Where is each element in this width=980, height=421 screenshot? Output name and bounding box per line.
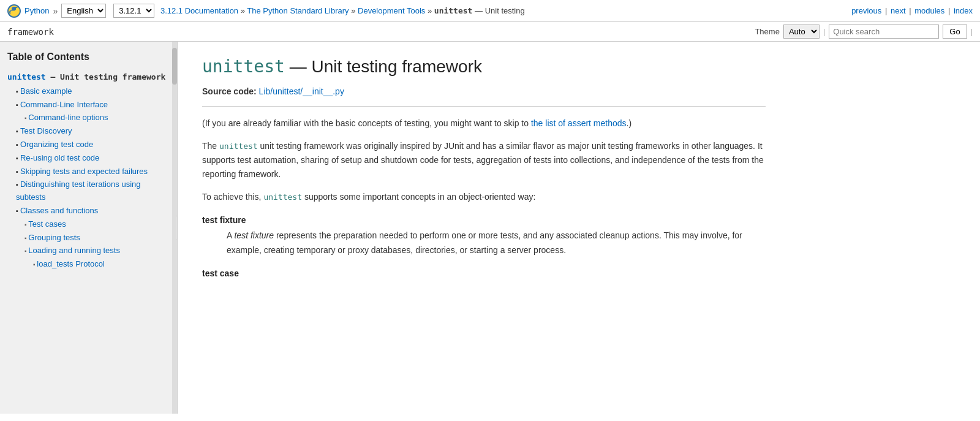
toc-item-classes-functions: Classes and functions — [7, 205, 170, 218]
module-suffix: — Unit testing — [475, 6, 525, 15]
toc-heading: Table of Contents — [7, 51, 170, 63]
term-fixture-header: test fixture — [202, 215, 766, 225]
end-sep: | — [971, 27, 973, 36]
toc-item-reusing: Re-using old test code — [7, 152, 170, 165]
toc-link-classes-functions[interactable]: Classes and functions — [20, 206, 98, 215]
main-layout: Table of Contents unittest — Unit testin… — [0, 42, 980, 414]
description-para: The unittest unit testing framework was … — [202, 139, 766, 181]
nav-sep-2: | — [909, 6, 911, 15]
toc-label-unittest-suffix: — Unit testing framework — [50, 72, 165, 82]
toc-link-load-tests-protocol[interactable]: load_tests Protocol — [37, 259, 105, 268]
nav-right: previous | next | modules | index — [851, 6, 973, 15]
devtools-link[interactable]: Development Tools — [358, 6, 425, 15]
para1-before: (If you are already familiar with the ba… — [202, 118, 531, 128]
para3-after: supports some important concepts in an o… — [302, 192, 535, 202]
pipe-sep: | — [823, 27, 825, 36]
source-code-label: Source code: — [202, 86, 257, 96]
theme-label: Theme — [755, 27, 779, 36]
para3-mono: unittest — [263, 192, 302, 202]
term-def-before: A — [227, 230, 234, 240]
term-case-header: test case — [202, 268, 766, 278]
toc-link-grouping-tests[interactable]: Grouping tests — [28, 233, 80, 242]
breadcrumb-sep1: » — [53, 6, 58, 16]
toc-item-distinguishing: Distinguishing test iterations using sub… — [7, 178, 170, 204]
term-case-name: test case — [202, 268, 239, 278]
toc-link-test-discovery[interactable]: Test Discovery — [20, 126, 72, 135]
nav-left: Python » English 3.12.1 3.12.1 Documenta… — [7, 4, 849, 18]
toc-item-unittest-main: unittest — Unit testing framework — [7, 71, 170, 84]
page-title-mono: unittest — [202, 56, 285, 77]
toc-item-grouping-tests: Grouping tests — [7, 232, 170, 245]
divider — [202, 106, 766, 107]
toc-link-loading-running[interactable]: Loading and running tests — [28, 246, 120, 255]
para1-end: .) — [627, 118, 632, 128]
para2-after: unit testing framework was originally in… — [202, 141, 764, 179]
docs-link[interactable]: 3.12.1 Documentation — [160, 6, 238, 15]
toc-link-skipping[interactable]: Skipping tests and expected failures — [20, 167, 148, 176]
breadcrumb-text: 3.12.1 Documentation » The Python Standa… — [158, 6, 524, 15]
toc-link-reusing[interactable]: Re-using old test code — [20, 153, 99, 162]
nav-sep-3: | — [948, 6, 950, 15]
top-navigation-2: framework Theme Auto Light Dark | Go | — [0, 22, 980, 42]
term-def-after: represents the preparation needed to per… — [227, 230, 742, 254]
para2-mono: unittest — [219, 142, 258, 151]
top-navigation: Python » English 3.12.1 3.12.1 Documenta… — [0, 0, 980, 22]
page-title-rest: — Unit testing framework — [290, 57, 482, 76]
module-name: unittest — [434, 6, 473, 15]
toc-item-organizing: Organizing test code — [7, 138, 170, 151]
term-fixture-def: A test fixture represents the preparatio… — [227, 229, 766, 257]
toc-link-cli-options[interactable]: Command-line options — [28, 113, 108, 122]
toc-link-distinguishing[interactable]: Distinguishing test iterations using sub… — [16, 180, 141, 202]
sidebar-scrollbar-thumb — [172, 48, 177, 85]
go-button[interactable]: Go — [943, 25, 967, 39]
modules-link[interactable]: modules — [914, 6, 944, 15]
para2-before: The — [202, 141, 219, 151]
sidebar: Table of Contents unittest — Unit testin… — [0, 42, 178, 414]
source-code-link[interactable]: Lib/unittest/__init__.py — [259, 86, 344, 96]
python-logo-icon — [7, 4, 21, 18]
sidebar-collapse-button[interactable]: « — [176, 216, 178, 240]
previous-link[interactable]: previous — [851, 6, 881, 15]
theme-selector[interactable]: Auto Light Dark — [783, 25, 820, 39]
language-selector[interactable]: English — [61, 4, 106, 18]
toc-item-test-discovery: Test Discovery — [7, 125, 170, 138]
toc-link-basic-example[interactable]: Basic example — [20, 86, 72, 96]
toc-item-cli-options: Command-line options — [7, 112, 170, 124]
index-link[interactable]: index — [954, 6, 973, 15]
version-selector[interactable]: 3.12.1 — [113, 4, 154, 18]
toc-link-organizing[interactable]: Organizing test code — [20, 140, 93, 149]
nav-sep-1: | — [885, 6, 887, 15]
framework-title: framework — [7, 27, 54, 37]
toc-item-loading-running: Loading and running tests — [7, 245, 170, 257]
nav-links: previous | next | modules | index — [851, 6, 973, 15]
toc-link-unittest[interactable]: unittest — [7, 72, 46, 82]
term-def-italic: test fixture — [234, 230, 274, 240]
page-title: unittest — Unit testing framework — [202, 56, 766, 77]
concepts-para: To achieve this, unittest supports some … — [202, 190, 766, 204]
assert-methods-link[interactable]: the list of assert methods — [531, 118, 627, 128]
intro-para: (If you are already familiar with the ba… — [202, 116, 766, 131]
theme-search-area: Theme Auto Light Dark | Go | — [755, 25, 973, 39]
source-code-line: Source code: Lib/unittest/__init__.py — [202, 86, 766, 96]
stdlib-link[interactable]: The Python Standard Library — [247, 6, 349, 15]
toc-item-load-tests: load_tests Protocol — [7, 258, 170, 271]
toc-item-basic-example: Basic example — [7, 85, 170, 98]
toc-item-cli: Command-Line Interface — [7, 99, 170, 112]
para3-before: To achieve this, — [202, 192, 263, 202]
search-input[interactable] — [829, 25, 939, 39]
toc-item-skipping: Skipping tests and expected failures — [7, 165, 170, 178]
python-home-link[interactable]: Python — [24, 6, 49, 15]
toc-link-cli[interactable]: Command-Line Interface — [20, 100, 108, 109]
main-content: unittest — Unit testing framework Source… — [178, 42, 790, 414]
toc-link-test-cases[interactable]: Test cases — [28, 219, 66, 229]
term-fixture-name: test fixture — [202, 215, 246, 225]
toc-item-test-cases: Test cases — [7, 218, 170, 231]
next-link[interactable]: next — [891, 6, 906, 15]
